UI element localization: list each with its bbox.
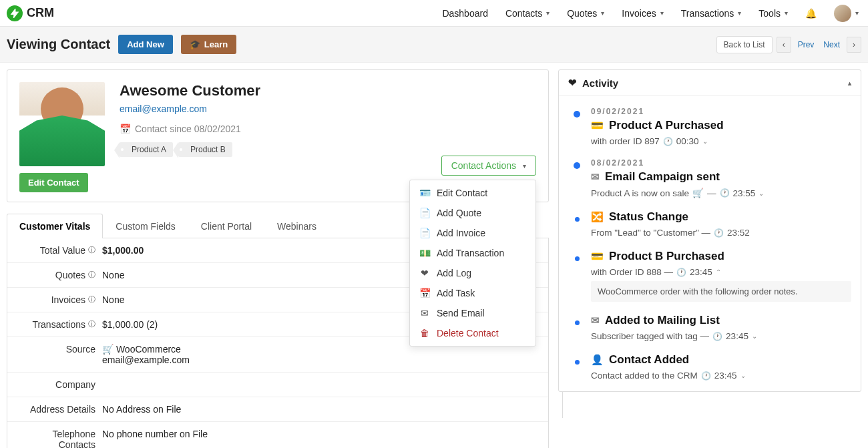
action-delete-contact[interactable]: 🗑Delete Contact xyxy=(410,323,535,343)
action-add-task-label: Add Task xyxy=(437,288,475,298)
action-add-quote[interactable]: 📄Add Quote xyxy=(410,203,535,223)
vitals-source-email: email@example.com xyxy=(102,355,190,365)
back-to-list-label: Back to List xyxy=(724,40,765,49)
user-menu[interactable]: ▾ xyxy=(834,5,859,22)
contact-email-link[interactable]: email@example.com xyxy=(120,103,260,114)
vitals-row-address: Address Details No Address on File xyxy=(7,397,548,422)
activity-item: ✉Added to Mailing List Subscriber tagged… xyxy=(574,314,851,341)
add-new-label: Add New xyxy=(127,39,164,49)
vitals-row-company: Company xyxy=(7,373,548,397)
prev-link[interactable]: Prev xyxy=(795,40,817,49)
info-icon[interactable]: ⓘ xyxy=(88,294,95,304)
tab-client-portal[interactable]: Client Portal xyxy=(188,214,264,238)
nav-tools-label: Tools xyxy=(758,8,781,19)
tab-custom-fields[interactable]: Custom Fields xyxy=(103,214,188,238)
nav-dashboard[interactable]: Dashboard xyxy=(442,8,488,19)
vitals-invoices-label: Invoices xyxy=(51,294,85,305)
nav-quotes[interactable]: Quotes▾ xyxy=(567,8,604,19)
contact-since-label: Contact since 08/02/2021 xyxy=(135,124,241,134)
next-arrow-button[interactable]: › xyxy=(847,37,861,53)
action-add-task[interactable]: 📅Add Task xyxy=(410,283,535,303)
activity-date: 09/02/2021 xyxy=(591,107,851,116)
brand[interactable]: CRM xyxy=(7,5,54,21)
info-icon[interactable]: ⓘ xyxy=(88,319,95,329)
clock-icon: 🕐 xyxy=(712,332,722,341)
clock-icon: 🕐 xyxy=(701,371,711,381)
chevron-down-icon: ▾ xyxy=(738,9,741,17)
vitals-total-value-label: Total Value xyxy=(40,245,85,256)
activity-timeline: 09/02/2021 💳Product A Purchased with ord… xyxy=(559,96,861,391)
nav-contacts[interactable]: Contacts▾ xyxy=(505,8,550,19)
action-add-transaction-label: Add Transaction xyxy=(437,248,504,258)
activity-item-desc: Subscriber tagged with tag — xyxy=(591,331,709,341)
notifications-icon[interactable]: 🔔 xyxy=(805,8,817,19)
heartbeat-icon: ❤ xyxy=(568,77,577,89)
learn-button[interactable]: 🎓 Learn xyxy=(181,35,236,54)
tag-product-a[interactable]: Product A xyxy=(120,142,173,157)
info-icon[interactable]: ⓘ xyxy=(88,245,95,255)
activity-item: 09/02/2021 💳Product A Purchased with ord… xyxy=(574,107,851,146)
activity-header[interactable]: ❤ Activity ▴ xyxy=(559,70,861,96)
cart-icon: 🛒 xyxy=(102,344,114,355)
add-new-button[interactable]: Add New xyxy=(118,35,173,54)
activity-item: 👤Contact Added Contact added to the CRM … xyxy=(574,353,851,381)
left-column: Edit Contact Awesome Customer email@exam… xyxy=(7,69,549,448)
money-icon: 💵 xyxy=(419,248,430,258)
chevron-down-icon: ▾ xyxy=(523,162,526,170)
contact-photo xyxy=(19,82,105,166)
action-add-transaction[interactable]: 💵Add Transaction xyxy=(410,243,535,263)
vitals-company-value xyxy=(102,379,539,390)
chevron-up-icon[interactable]: ⌃ xyxy=(716,268,721,276)
info-icon[interactable]: ⓘ xyxy=(88,270,95,280)
user-icon: 👤 xyxy=(591,354,604,366)
learn-label: Learn xyxy=(204,39,228,49)
nav-dashboard-label: Dashboard xyxy=(442,8,488,19)
edit-contact-button[interactable]: Edit Contact xyxy=(19,173,88,192)
activity-item: 08/02/2021 ✉Email Campaign sent Product … xyxy=(574,158,851,198)
tab-customer-vitals[interactable]: Customer Vitals xyxy=(7,214,103,238)
action-edit-contact[interactable]: 🪪Edit Contact xyxy=(410,183,535,203)
tab-webinars[interactable]: Webinars xyxy=(264,214,329,238)
credit-card-icon: 💳 xyxy=(591,250,604,262)
activity-item-desc: From "Lead" to "Customer" — xyxy=(591,228,710,238)
chevron-down-icon[interactable]: ⌄ xyxy=(740,372,746,379)
graduation-cap-icon: 🎓 xyxy=(190,39,200,49)
nav-tools[interactable]: Tools▾ xyxy=(758,8,788,19)
contact-since: 📅 Contact since 08/02/2021 xyxy=(120,124,260,134)
next-link[interactable]: Next xyxy=(821,40,843,49)
activity-item: 🔀Status Change From "Lead" to "Customer"… xyxy=(574,210,851,238)
clock-icon: 🕐 xyxy=(663,137,673,146)
action-send-email[interactable]: ✉Send Email xyxy=(410,303,535,323)
clock-icon: 🕐 xyxy=(720,188,730,198)
contact-actions-button[interactable]: Contact Actions ▾ xyxy=(441,156,536,176)
chevron-down-icon: ▾ xyxy=(785,9,788,17)
calendar-icon: 📅 xyxy=(419,288,430,298)
nav-invoices[interactable]: Invoices▾ xyxy=(622,8,663,19)
clock-icon: 🕐 xyxy=(714,228,724,238)
prev-arrow-button[interactable]: ‹ xyxy=(777,37,791,53)
trash-icon: 🗑 xyxy=(419,328,430,339)
nav-contacts-label: Contacts xyxy=(505,8,542,19)
vitals-company-label: Company xyxy=(55,379,95,390)
file-icon: 📄 xyxy=(419,228,430,238)
nav-invoices-label: Invoices xyxy=(622,8,656,19)
main-content: Edit Contact Awesome Customer email@exam… xyxy=(0,63,868,448)
chevron-down-icon[interactable]: ⌄ xyxy=(752,332,757,340)
nav-transactions[interactable]: Transactions▾ xyxy=(681,8,742,19)
envelope-icon: ✉ xyxy=(591,314,600,326)
back-to-list-button[interactable]: Back to List xyxy=(716,36,773,53)
action-edit-label: Edit Contact xyxy=(437,188,487,198)
id-card-icon: 🪪 xyxy=(419,188,430,198)
contact-card: Edit Contact Awesome Customer email@exam… xyxy=(7,69,549,202)
chevron-down-icon[interactable]: ⌄ xyxy=(758,190,764,197)
action-add-log[interactable]: ❤Add Log xyxy=(410,263,535,283)
activity-item: 💳Product B Purchased with Order ID 888 —… xyxy=(574,250,851,302)
vitals-source-value: 🛒 WooCommerce email@example.com xyxy=(102,344,539,365)
activity-item-time: 23:52 xyxy=(727,228,750,238)
chevron-down-icon[interactable]: ⌄ xyxy=(702,138,708,145)
activity-title: Activity xyxy=(582,77,618,89)
tag-product-b[interactable]: Product B xyxy=(178,142,232,157)
action-add-invoice[interactable]: 📄Add Invoice xyxy=(410,223,535,243)
chevron-down-icon: ▾ xyxy=(601,9,604,17)
activity-item-title: Product B Purchased xyxy=(609,250,724,263)
